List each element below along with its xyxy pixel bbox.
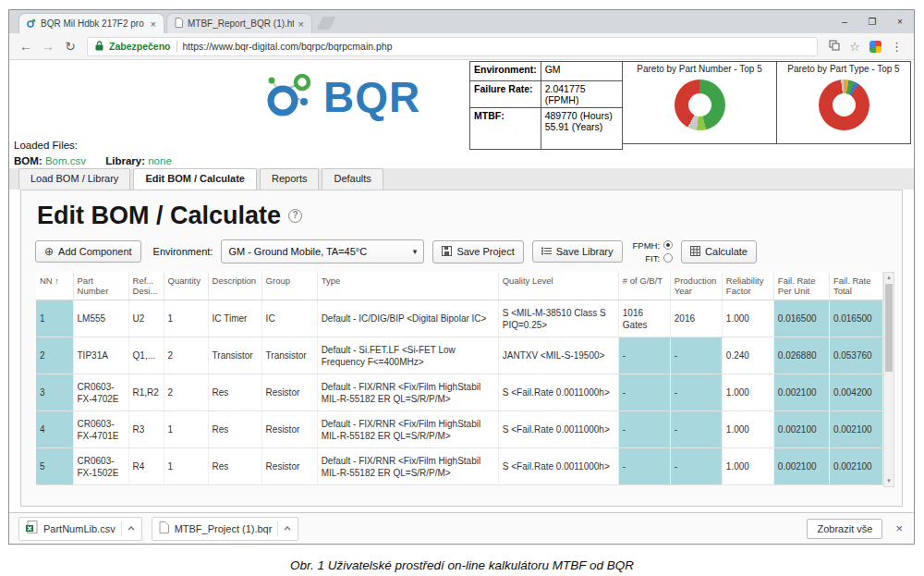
column-header-group[interactable]: Group: [261, 272, 317, 300]
cell-type[interactable]: Default - Si.FET.LF <Si-FET Low Frequenc…: [317, 337, 498, 374]
cell-fru[interactable]: 0.016500: [773, 300, 829, 337]
cell-year[interactable]: -: [670, 337, 722, 374]
tab-reports[interactable]: Reports: [260, 168, 320, 190]
cell-frt[interactable]: 0.002100: [829, 411, 882, 448]
cell-qty[interactable]: 2: [164, 374, 208, 411]
cell-gbt[interactable]: 1016 Gates: [618, 300, 670, 337]
cell-fru[interactable]: 0.026880: [773, 337, 829, 374]
scroll-up-icon[interactable]: ▲: [884, 273, 894, 283]
minimize-button[interactable]: –: [831, 10, 858, 33]
column-header-quality[interactable]: Quality Level: [498, 272, 618, 300]
page-tools-icon[interactable]: [829, 38, 840, 55]
cell-part[interactable]: CR0603-FX-4702E: [73, 374, 128, 411]
vertical-scrollbar[interactable]: ▲ ▼: [883, 272, 894, 487]
help-icon[interactable]: ?: [288, 209, 302, 223]
cell-ref[interactable]: R3: [128, 411, 164, 448]
table-row[interactable]: 2TIP31AQ1,...2TransistorTransistorDefaul…: [36, 337, 883, 374]
table-row[interactable]: 4CR0603-FX-4701ER31ResResistorDefault - …: [36, 411, 883, 448]
cell-nn[interactable]: 4: [36, 411, 73, 448]
cell-group[interactable]: Resistor: [261, 411, 317, 448]
cell-desc[interactable]: Res: [208, 411, 261, 448]
column-header-year[interactable]: Production Year: [670, 272, 722, 300]
cell-group[interactable]: Resistor: [261, 448, 317, 485]
reload-button[interactable]: ↻: [61, 39, 79, 54]
scroll-down-icon[interactable]: ▼: [884, 476, 894, 486]
column-header-frt[interactable]: Fail. Rate Total: [829, 272, 882, 300]
cell-nn[interactable]: 2: [36, 337, 73, 374]
cell-group[interactable]: Resistor: [261, 374, 317, 411]
cell-qty[interactable]: 1: [164, 411, 208, 448]
save-project-button[interactable]: Save Project: [432, 240, 523, 263]
column-header-gbt[interactable]: # of G/B/T: [618, 272, 670, 300]
cell-frt[interactable]: 0.016500: [829, 300, 882, 337]
cell-rel[interactable]: 1.000: [722, 448, 773, 485]
table-row[interactable]: 5CR0603-FX-1502ER41ResResistorDefault - …: [36, 448, 883, 485]
column-header-ref[interactable]: Ref... Desi...: [128, 272, 164, 300]
cell-desc[interactable]: IC Timer: [208, 300, 261, 337]
cell-fru[interactable]: 0.002100: [773, 411, 829, 448]
cell-fru[interactable]: 0.002100: [773, 374, 829, 411]
bom-filename[interactable]: Bom.csv: [45, 155, 86, 166]
cell-group[interactable]: IC: [261, 300, 317, 337]
cell-group[interactable]: Transistor: [261, 337, 317, 374]
scrollbar-thumb[interactable]: [885, 284, 893, 372]
cell-type[interactable]: Default - FIX/RNR <Fix/Film HighStabil M…: [317, 448, 498, 485]
cell-nn[interactable]: 5: [36, 448, 73, 485]
cell-type[interactable]: Default - FIX/RNR <Fix/Film HighStabil M…: [317, 411, 498, 448]
column-header-rel[interactable]: Reliability Factor: [722, 272, 773, 300]
close-button[interactable]: ×: [886, 10, 914, 33]
column-header-fru[interactable]: Fail. Rate Per Unit: [773, 272, 829, 300]
cell-gbt[interactable]: -: [618, 411, 670, 448]
cell-gbt[interactable]: -: [618, 448, 670, 485]
calculate-button[interactable]: Calculate: [681, 240, 757, 263]
column-header-nn[interactable]: NN ↑: [36, 272, 73, 300]
add-component-button[interactable]: ⊕ Add Component: [35, 240, 141, 263]
cell-qty[interactable]: 1: [164, 448, 208, 485]
cell-ref[interactable]: Q1,...: [128, 337, 164, 374]
show-all-downloads-button[interactable]: Zobrazit vše: [807, 519, 882, 539]
cell-rel[interactable]: 1.000: [722, 374, 773, 411]
cell-frt[interactable]: 0.053760: [829, 337, 882, 374]
cell-part[interactable]: LM555: [73, 300, 128, 337]
column-header-part[interactable]: Part Number: [73, 272, 128, 300]
column-header-desc[interactable]: Description: [208, 272, 261, 300]
maximize-button[interactable]: ❐: [858, 10, 886, 33]
close-downloads-icon[interactable]: ×: [895, 521, 903, 535]
chevron-up-icon[interactable]: [121, 521, 135, 536]
cell-ref[interactable]: U2: [128, 300, 164, 337]
cell-rel[interactable]: 1.000: [722, 411, 773, 448]
cell-nn[interactable]: 1: [36, 300, 73, 337]
tab-close-icon[interactable]: ×: [151, 18, 156, 30]
cell-year[interactable]: -: [670, 411, 722, 448]
cell-nn[interactable]: 3: [36, 374, 73, 411]
cell-frt[interactable]: 0.004200: [829, 374, 882, 411]
cell-desc[interactable]: Transistor: [208, 337, 261, 374]
download-item-partnumlib[interactable]: PartNumLib.csv: [18, 517, 142, 541]
cell-desc[interactable]: Res: [208, 374, 261, 411]
table-row[interactable]: 1LM555U21IC TimerICDefault - IC/DIG/BIP …: [36, 300, 883, 337]
tab-edit-bom-calculate[interactable]: Edit BOM / Calculate: [133, 168, 257, 190]
cell-year[interactable]: -: [670, 448, 722, 485]
cell-rel[interactable]: 1.000: [722, 300, 773, 337]
cell-gbt[interactable]: -: [618, 337, 670, 374]
cell-part[interactable]: CR0603-FX-1502E: [73, 448, 128, 485]
bookmark-star-icon[interactable]: ☆: [849, 40, 860, 54]
table-row[interactable]: 3CR0603-FX-4702ER1,R22ResResistorDefault…: [36, 374, 883, 411]
cell-ref[interactable]: R4: [128, 448, 164, 485]
forward-button[interactable]: →: [39, 39, 57, 54]
cell-quality[interactable]: S <Fail.Rate 0.0011000h>: [498, 374, 618, 411]
cell-year[interactable]: 2016: [670, 300, 722, 337]
cell-year[interactable]: -: [670, 374, 722, 411]
cell-rel[interactable]: 0.240: [722, 337, 773, 374]
column-header-type[interactable]: Type: [317, 272, 498, 300]
new-tab-button[interactable]: [317, 17, 336, 30]
browser-menu-icon[interactable]: ⋮: [891, 40, 903, 54]
cell-part[interactable]: CR0603-FX-4701E: [73, 411, 128, 448]
browser-tab-bqr[interactable]: BQR Mil Hdbk 217F2 pro ×: [18, 13, 164, 33]
chevron-up-icon[interactable]: [277, 521, 291, 536]
cell-fru[interactable]: 0.002100: [773, 448, 829, 485]
cell-quality[interactable]: S <Fail.Rate 0.0011000h>: [498, 411, 618, 448]
cell-qty[interactable]: 1: [164, 300, 208, 337]
cell-type[interactable]: Default - FIX/RNR <Fix/Film HighStabil M…: [317, 374, 498, 411]
cell-quality[interactable]: JANTXV <MIL-S-19500>: [498, 337, 618, 374]
